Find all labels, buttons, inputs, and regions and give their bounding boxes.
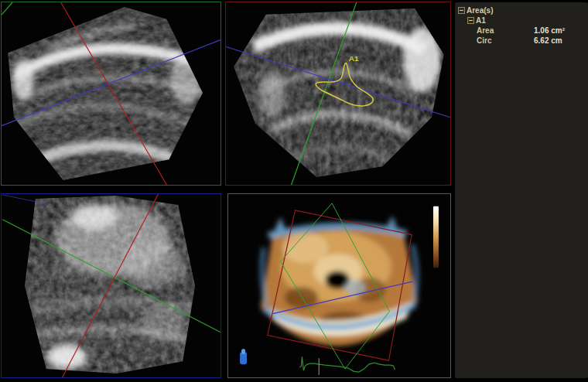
measurement-label: Circ bbox=[477, 36, 491, 45]
collapse-minus-icon[interactable] bbox=[458, 7, 465, 14]
ultrasound-image-top-right: A1 bbox=[226, 2, 450, 185]
trace-label: A1 bbox=[349, 54, 359, 63]
color-scale-bar bbox=[433, 206, 439, 268]
volume-3d-view[interactable] bbox=[227, 193, 451, 378]
measurement-label: Area bbox=[477, 26, 494, 35]
probe-orientation-icon bbox=[240, 349, 247, 364]
volume-render-texture bbox=[261, 216, 418, 346]
ultrasound-texture bbox=[226, 2, 450, 185]
collapse-minus-icon[interactable] bbox=[467, 17, 474, 24]
volume-render-image bbox=[228, 194, 450, 377]
mpr-view-top-left[interactable] bbox=[1, 2, 221, 186]
ultrasound-texture bbox=[2, 194, 220, 377]
tree-item-label: A1 bbox=[476, 16, 486, 25]
measurement-value: 1.06 cm² bbox=[534, 26, 565, 36]
tree-item-areas[interactable]: Area(s) bbox=[455, 5, 588, 15]
measurement-row-area: Area 1.06 cm² bbox=[455, 26, 588, 36]
measurement-row-circ: Circ 6.62 cm bbox=[455, 36, 588, 46]
measurement-value: 6.62 cm bbox=[534, 36, 562, 46]
tree-item-a1[interactable]: A1 bbox=[455, 15, 588, 26]
ultrasound-image-top-left bbox=[2, 2, 220, 185]
ultrasound-texture bbox=[2, 2, 220, 185]
measurements-panel: Area(s) A1 Area 1.06 cm² Circ 6.62 cm bbox=[455, 2, 588, 378]
app-screen: A1 bbox=[0, 0, 588, 382]
mpr-view-bottom-left[interactable] bbox=[1, 193, 221, 378]
ultrasound-image-bottom-left bbox=[2, 194, 220, 377]
mpr-view-top-right[interactable]: A1 bbox=[225, 2, 451, 186]
crosshair-green-line[interactable] bbox=[2, 2, 12, 15]
tree-group-label: Area(s) bbox=[467, 6, 493, 15]
